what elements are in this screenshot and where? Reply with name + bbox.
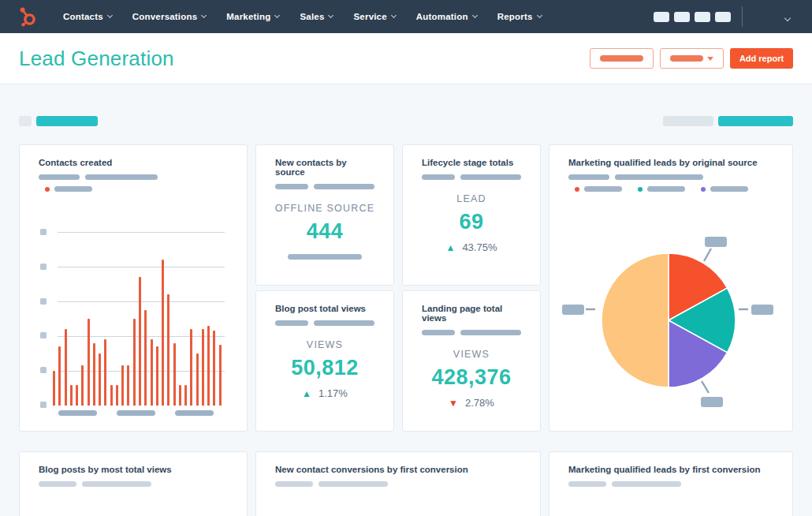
chevron-down-icon <box>201 12 207 17</box>
card-title: Blog post total views <box>256 291 393 313</box>
chevron-down-icon <box>107 12 113 17</box>
nav-utility-icon-placeholder[interactable] <box>695 12 710 22</box>
redacted-subtitle-bars <box>20 167 247 180</box>
metric-label: LEAD <box>403 193 540 204</box>
delta-triangle-icon: ▼ <box>449 398 458 408</box>
nav-item-service[interactable]: Service <box>343 0 405 33</box>
metric-delta: ▼ 2.78% <box>403 397 540 409</box>
nav-item-automation[interactable]: Automation <box>406 0 487 33</box>
nav-divider <box>742 6 743 27</box>
placeholder-bar <box>422 174 455 180</box>
placeholder-bar <box>82 481 151 487</box>
pie-label-placeholder <box>751 305 773 315</box>
card-mql-by-first-conversion: Marketing qualified leads by first conve… <box>549 451 793 516</box>
header-actions: Add report <box>590 48 793 69</box>
y-axis-tick-placeholders <box>40 229 47 408</box>
metric-value: 444 <box>256 219 393 244</box>
filter-chip-teal[interactable] <box>36 116 98 126</box>
nav-item-reports[interactable]: Reports <box>487 0 552 33</box>
redacted-subtitle-bars <box>403 323 540 335</box>
nav-item-contacts[interactable]: Contacts <box>53 0 122 33</box>
nav-item-conversations[interactable]: Conversations <box>122 0 216 33</box>
placeholder-bar <box>422 330 455 335</box>
placeholder-bar <box>314 184 374 189</box>
placeholder-bar <box>39 481 76 487</box>
x-axis-label-placeholders <box>58 410 214 416</box>
chevron-down-icon <box>274 12 280 17</box>
bar <box>139 277 141 406</box>
chart-legend <box>20 180 247 192</box>
pie-label-placeholder <box>562 305 584 315</box>
nav-item-sales[interactable]: Sales <box>289 0 343 33</box>
metric-value: 50,812 <box>256 356 393 380</box>
chevron-down-icon <box>472 12 478 17</box>
metric-value: 69 <box>403 210 540 234</box>
header-action-button-1[interactable] <box>590 48 654 69</box>
metric-body: VIEWS 50,812 ▲ 1.17% <box>256 339 393 399</box>
bar <box>110 385 113 406</box>
filter-chip-gray[interactable] <box>663 116 713 126</box>
delta-percent: 2.78% <box>465 397 494 409</box>
nav-utility-icon-placeholder[interactable] <box>654 12 669 22</box>
bar <box>127 365 129 406</box>
metric-value: 428,376 <box>403 365 540 390</box>
bar <box>76 385 78 406</box>
account-menu-chevron-icon[interactable] <box>780 9 790 24</box>
add-report-button[interactable]: Add report <box>730 48 793 69</box>
placeholder-bar <box>612 481 681 487</box>
filter-chip-small[interactable] <box>19 116 32 126</box>
hubspot-logo-icon[interactable] <box>17 6 39 28</box>
redacted-label-bar <box>670 55 703 62</box>
redacted-subtitle-bars <box>256 313 393 326</box>
bar <box>88 319 90 406</box>
placeholder-bar <box>85 174 158 180</box>
bar <box>65 329 67 406</box>
bar <box>121 365 124 406</box>
dashboard-page: Contacts Conversations Marketing Sales S… <box>0 0 812 516</box>
bar <box>99 353 101 406</box>
bar <box>207 326 210 406</box>
placeholder-bar <box>58 410 97 416</box>
nav-utility-icon-placeholder[interactable] <box>715 12 731 22</box>
filter-chip-teal[interactable] <box>718 116 793 126</box>
placeholder-bar <box>288 254 362 260</box>
page-header: Lead Generation Add report <box>0 33 812 84</box>
nav-utility-icon-placeholder[interactable] <box>674 12 690 22</box>
header-action-dropdown[interactable] <box>660 48 724 69</box>
bar <box>104 339 106 406</box>
nav-item-label: Marketing <box>226 12 270 21</box>
chevron-down-icon <box>328 12 333 17</box>
card-title: Blog posts by most total views <box>20 452 247 474</box>
bar <box>173 343 176 406</box>
card-mql-by-original-source: Marketing qualified leads by original so… <box>549 144 793 432</box>
bar <box>151 339 153 406</box>
bar <box>116 385 118 406</box>
nav-utilities <box>649 6 795 27</box>
metric-body: OFFLINE SOURCE 444 <box>256 203 393 260</box>
card-title: Landing page total views <box>403 291 540 323</box>
filter-group-left <box>19 116 98 126</box>
placeholder-bar <box>275 481 313 487</box>
bar-chart-plot <box>53 232 225 406</box>
page-title: Lead Generation <box>19 47 174 71</box>
card-lifecycle-stage-totals: Lifecycle stage totals LEAD 69 ▲ 43.75% <box>402 144 541 286</box>
placeholder-bar <box>54 186 92 192</box>
nav-item-marketing[interactable]: Marketing <box>216 0 289 33</box>
redacted-subtitle-bars <box>20 474 247 487</box>
nav-item-label: Contacts <box>63 12 103 21</box>
top-nav: Contacts Conversations Marketing Sales S… <box>0 0 812 33</box>
card-title: Marketing qualified leads by first conve… <box>549 452 792 474</box>
bar <box>196 353 199 406</box>
metric-delta: ▲ 43.75% <box>403 241 540 253</box>
bar-series <box>53 232 222 406</box>
card-blog-post-total-views: Blog post total views VIEWS 50,812 ▲ 1.1… <box>255 290 394 432</box>
placeholder-bar <box>460 330 521 335</box>
nav-item-label: Reports <box>497 12 533 21</box>
placeholder-bar <box>117 410 155 416</box>
delta-percent: 1.17% <box>318 387 348 399</box>
placeholder-bar <box>314 320 374 326</box>
placeholder-bar <box>318 481 388 487</box>
bar <box>70 385 73 406</box>
redacted-subtitle-bars <box>403 167 540 180</box>
bar <box>179 385 181 406</box>
